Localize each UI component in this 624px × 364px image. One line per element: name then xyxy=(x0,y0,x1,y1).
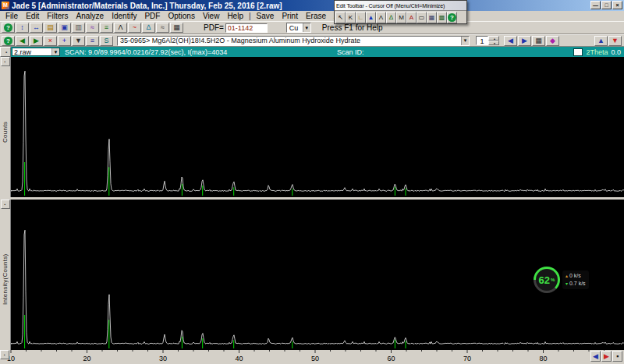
close-button[interactable]: × xyxy=(612,1,622,9)
menu-item[interactable]: Print xyxy=(278,12,302,20)
axis-corner-button[interactable]: ▪ xyxy=(0,350,9,359)
menu-item[interactable]: Identify xyxy=(108,12,140,20)
xrd-trace xyxy=(11,230,624,345)
help-icon[interactable]: ? xyxy=(2,36,15,46)
anode-select[interactable]: Cu ▼ xyxy=(286,23,311,33)
scan-file-select[interactable]: 2.raw ▼ xyxy=(12,48,60,56)
scroll-down-icon[interactable]: ▼ xyxy=(608,36,622,46)
panel-handle-button[interactable]: ▪ xyxy=(1,200,10,209)
menu-item[interactable]: Analyze xyxy=(73,12,108,20)
axis-zoom-in-icon[interactable]: ▶ xyxy=(601,351,612,362)
axis-settings-icon[interactable]: ▪ xyxy=(612,351,622,362)
line-list-icon[interactable]: ≡ xyxy=(86,36,99,46)
x-tick-label: 80 xyxy=(539,355,547,362)
help-hint: Press F1 for Help xyxy=(322,23,383,32)
measure-icon[interactable]: M xyxy=(396,12,406,23)
phase-select[interactable]: 35-0965> Mg6Al2(OH)18!4.5H2O - Magnesium… xyxy=(117,36,470,46)
edit-toolbar-icons: ↖K∟▲Λ∆MA▭▦▩? xyxy=(335,11,466,23)
next-phase-icon[interactable]: ▶ xyxy=(30,36,43,46)
prev-phase-icon[interactable]: ◀ xyxy=(16,36,29,46)
phase-index-value[interactable]: 1 xyxy=(476,36,488,45)
scroll-up-icon[interactable]: ▲ xyxy=(594,36,608,46)
chevron-down-icon[interactable]: ▼ xyxy=(303,23,310,32)
x-axis-svg: 1020304050607080 xyxy=(0,350,624,364)
open-file-icon[interactable]: ▤ xyxy=(44,23,57,33)
cursor-icon[interactable]: ↖ xyxy=(335,12,346,23)
x-tick-label: 60 xyxy=(387,355,395,362)
swatch-icon[interactable]: ▩ xyxy=(437,12,447,23)
stack-toggle-icon[interactable]: ↕ xyxy=(16,23,29,33)
x-tick-label: 50 xyxy=(311,355,319,362)
cursor-readout: 2Theta 0.0 xyxy=(573,47,621,57)
help-icon[interactable]: ? xyxy=(2,23,15,33)
menu-item[interactable]: PDF xyxy=(140,12,164,20)
table-icon[interactable]: ▦ xyxy=(532,36,545,46)
maximize-button[interactable]: □ xyxy=(601,1,612,9)
grid-icon[interactable]: ▦ xyxy=(427,12,437,23)
anode-value: Cu xyxy=(289,24,299,32)
menu-separator: | xyxy=(247,12,253,20)
peak-label-icon[interactable]: Λ xyxy=(376,12,386,23)
print-icon[interactable]: ▥ xyxy=(72,23,85,33)
minimize-button[interactable]: — xyxy=(590,1,601,9)
delete-phase-icon[interactable]: × xyxy=(44,36,57,46)
menu-item[interactable]: Options xyxy=(164,12,198,20)
speed-stats: ▴ 0 k/s ▾ 0.7 k/s xyxy=(562,270,589,289)
menu-item[interactable]: Help xyxy=(223,12,247,20)
save-file-icon[interactable]: ▣ xyxy=(58,23,71,33)
bottom-plot-panel[interactable]: ▪ Intensity(Counts) 62% ▴ 0 k/s ▾ 0.7 k/… xyxy=(0,200,624,350)
overlay-pattern-icon[interactable]: ≈ xyxy=(86,23,99,33)
annotate-icon[interactable]: A xyxy=(406,12,417,23)
upload-speed: 0 k/s xyxy=(569,273,581,278)
left-arrow-icon[interactable]: ◀ xyxy=(504,36,517,46)
phase-toolbar-icons: ?◀▶×+▼≡S xyxy=(2,36,113,46)
edit-toolbar-window[interactable]: Edit Toolbar - Cursor Off (Menu/Ctrl=Min… xyxy=(334,0,467,24)
top-plot-svg[interactable] xyxy=(11,57,624,197)
crop-icon[interactable]: ▭ xyxy=(417,12,427,23)
triangle-marker-icon[interactable]: ▲ xyxy=(366,12,376,23)
add-phase-icon[interactable]: + xyxy=(58,36,71,46)
ruler-icon[interactable]: ∟ xyxy=(356,12,366,23)
peak-area-icon[interactable]: ∆ xyxy=(386,12,396,23)
speed-monitor-overlay[interactable]: 62% ▴ 0 k/s ▾ 0.7 k/s xyxy=(534,267,589,293)
window-controls: — □ × xyxy=(590,1,622,9)
x-axis: 1020304050607080 ▪ ◀▶▪ xyxy=(0,350,624,364)
normalize-icon[interactable]: ≡ xyxy=(100,23,113,33)
report-icon[interactable]: ▦ xyxy=(170,23,183,33)
x-tick-label: 30 xyxy=(159,355,167,362)
menu-item[interactable]: Filters xyxy=(43,12,72,20)
menu-item[interactable]: View xyxy=(199,12,224,20)
diamond-icon[interactable]: ◆ xyxy=(546,36,559,46)
scan-id-label: Scan ID: xyxy=(337,48,364,56)
menu-item[interactable]: Save xyxy=(253,12,278,20)
menu-item[interactable]: Edit xyxy=(22,12,43,20)
profile-fit-icon[interactable]: ∆ xyxy=(142,23,155,33)
spin-down-icon[interactable]: ▾ xyxy=(488,41,499,45)
top-plot-panel[interactable]: ▪ Counts xyxy=(0,57,624,197)
pdf-number-input[interactable] xyxy=(225,23,268,33)
menu-item[interactable]: Erase xyxy=(302,12,330,20)
peak-find-icon[interactable]: Λ xyxy=(114,23,127,33)
readout-label: 2Theta xyxy=(586,48,608,56)
search-match-icon[interactable]: S xyxy=(100,36,113,46)
edit-toolbar-title[interactable]: Edit Toolbar - Cursor Off (Menu/Ctrl=Min… xyxy=(335,1,466,11)
background-fit-icon[interactable]: ~ xyxy=(128,23,141,33)
axis-zoom-out-icon[interactable]: ◀ xyxy=(590,351,601,362)
smooth-icon[interactable]: ≈ xyxy=(156,23,169,33)
chevron-down-icon[interactable]: ▼ xyxy=(461,37,469,45)
bottom-plot-svg[interactable] xyxy=(11,200,624,350)
speed-ball[interactable]: 62% xyxy=(534,267,560,293)
scan-corner-button[interactable]: ▪ xyxy=(0,47,11,57)
chevron-down-icon[interactable]: ▼ xyxy=(51,48,59,55)
pan-icon[interactable]: ↔ xyxy=(30,23,43,33)
phase-toolbar: ?◀▶×+▼≡S 35-0965> Mg6Al2(OH)18!4.5H2O - … xyxy=(0,34,624,47)
top-panel-side: ▪ Counts xyxy=(0,57,11,197)
toolbar-help-icon[interactable]: ? xyxy=(447,12,457,23)
app-icon: M xyxy=(2,2,9,9)
right-arrow-icon[interactable]: ▶ xyxy=(518,36,531,46)
sim-pattern-icon[interactable]: ▼ xyxy=(72,36,85,46)
menu-item[interactable]: File xyxy=(2,12,22,20)
panel-divider xyxy=(0,197,624,200)
panel-handle-button[interactable]: ▪ xyxy=(1,57,10,66)
kalpha-icon[interactable]: K xyxy=(346,12,356,23)
